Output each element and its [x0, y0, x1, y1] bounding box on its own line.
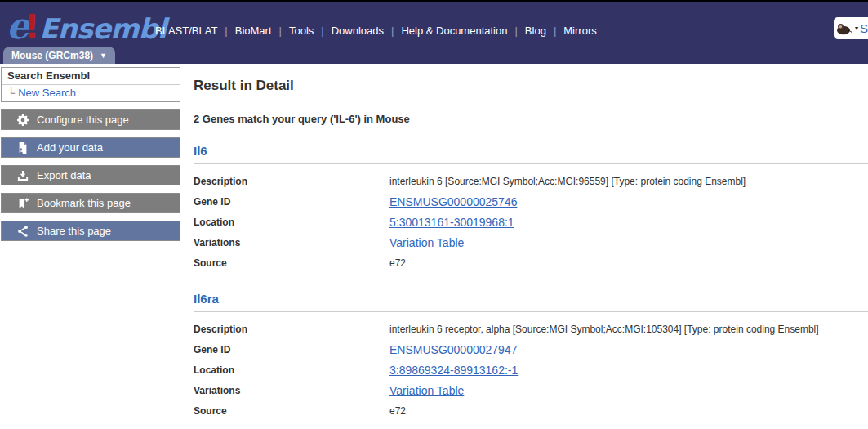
- nav-item-biomart[interactable]: BioMart: [235, 25, 272, 37]
- bookmark-this-page-button[interactable]: Bookmark this page: [1, 193, 180, 213]
- button-label: Add your data: [37, 141, 103, 154]
- species-tab-label: Mouse (GRCm38): [11, 50, 93, 61]
- nav-separator: |: [554, 25, 556, 37]
- section-divider: [194, 311, 868, 312]
- bookmark-icon: [17, 198, 29, 209]
- result-summary: 2 Genes match your query ('IL-6') in Mou…: [194, 113, 868, 125]
- button-label: Export data: [37, 169, 91, 181]
- table-row-source: Sourcee72: [194, 252, 868, 273]
- table-row-gene-id: Gene IDENSMUSG00000027947: [194, 339, 868, 360]
- search-ensembl-panel: Search Ensembl └New Search: [1, 67, 180, 102]
- species-tab-caret-icon: ▼: [100, 51, 107, 60]
- nav-separator: |: [321, 25, 323, 37]
- gene-detail-table: Descriptioninterleukin 6 [Source:MGI Sym…: [194, 171, 868, 273]
- row-label: Source: [194, 257, 389, 269]
- row-value-link[interactable]: ENSMUSG00000025746: [389, 195, 517, 208]
- nav-separator: |: [225, 25, 227, 37]
- add-data-icon: [17, 142, 29, 154]
- row-value-link[interactable]: Variation Table: [389, 384, 464, 397]
- nav-item-blast-blat[interactable]: BLAST/BLAT: [155, 25, 217, 37]
- gene-name-link[interactable]: Il6ra: [194, 292, 219, 306]
- nav-item-mirrors[interactable]: Mirrors: [563, 25, 596, 37]
- row-value: interleukin 6 [Source:MGI Symbol;Acc:MGI…: [389, 176, 746, 187]
- button-label: Configure this page: [37, 114, 129, 126]
- share-this-page-button[interactable]: Share this page: [1, 221, 180, 241]
- row-label: Variations: [194, 385, 389, 396]
- row-label: Gene ID: [194, 196, 389, 208]
- table-row-description: Descriptioninterleukin 6 receptor, alpha…: [194, 319, 868, 339]
- gene-section-il6ra: Il6raDescriptioninterleukin 6 receptor, …: [194, 292, 868, 421]
- table-row-description: Descriptioninterleukin 6 [Source:MGI Sym…: [194, 171, 868, 191]
- table-row-gene-id: Gene IDENSMUSG00000025746: [194, 191, 868, 212]
- table-row-variations: VariationsVariation Table: [194, 380, 868, 400]
- logo-exclamation: !: [24, 8, 39, 46]
- export-icon: [17, 170, 29, 181]
- search-panel-title: Search Ensembl: [2, 68, 180, 85]
- new-search-link[interactable]: New Search: [18, 87, 76, 99]
- gear-icon: [17, 114, 29, 126]
- nav-separator: |: [514, 25, 517, 37]
- button-label: Share this page: [37, 225, 111, 237]
- site-search-widget[interactable]: ▾ S: [834, 17, 868, 39]
- species-mouse-icon: [836, 22, 852, 35]
- header: e!Ensembl BLAST/BLAT|BioMart|Tools|Downl…: [0, 2, 868, 64]
- row-label: Description: [194, 324, 389, 335]
- table-row-location: Location3:89869324-89913162:-1: [194, 360, 868, 380]
- row-value-link[interactable]: ENSMUSG00000027947: [389, 343, 517, 356]
- nav-separator: |: [391, 25, 394, 37]
- species-tab-mouse[interactable]: Mouse (GRCm38) ▼: [3, 47, 115, 64]
- gene-list: Il6Descriptioninterleukin 6 [Source:MGI …: [194, 144, 868, 421]
- nav-item-blog[interactable]: Blog: [525, 25, 546, 37]
- species-dropdown-caret[interactable]: ▾: [855, 25, 858, 32]
- row-label: Variations: [194, 237, 389, 248]
- table-row-location: Location5:30013161-30019968:1: [194, 212, 868, 232]
- row-value: e72: [389, 257, 406, 269]
- sidebar: Search Ensembl └New Search Configure thi…: [1, 67, 180, 248]
- tree-branch-glyph: └: [7, 87, 15, 99]
- row-value-link[interactable]: 5:30013161-30019968:1: [389, 216, 514, 229]
- ensembl-logo[interactable]: e!Ensembl: [7, 5, 166, 47]
- section-divider: [194, 163, 868, 164]
- gene-section-il6: Il6Descriptioninterleukin 6 [Source:MGI …: [194, 144, 868, 273]
- nav-item-tools[interactable]: Tools: [289, 25, 314, 37]
- main-content: Result in Detail 2 Genes match your quer…: [194, 64, 868, 421]
- row-label: Source: [194, 405, 389, 417]
- row-label: Gene ID: [194, 344, 389, 355]
- main-navigation: BLAST/BLAT|BioMart|Tools|Downloads|Help …: [155, 23, 597, 38]
- nav-separator: |: [279, 25, 282, 37]
- nav-item-downloads[interactable]: Downloads: [332, 25, 384, 37]
- share-icon: [17, 226, 29, 237]
- add-your-data-button[interactable]: Add your data: [1, 137, 180, 158]
- row-value: interleukin 6 receptor, alpha [Source:MG…: [389, 324, 819, 335]
- row-label: Description: [194, 176, 389, 187]
- row-value-link[interactable]: 3:89869324-89913162:-1: [389, 364, 518, 377]
- export-data-button[interactable]: Export data: [1, 165, 180, 185]
- table-row-source: Sourcee72: [194, 400, 868, 421]
- button-label: Bookmark this page: [37, 197, 131, 209]
- row-label: Location: [194, 217, 389, 228]
- gene-detail-table: Descriptioninterleukin 6 receptor, alpha…: [194, 319, 868, 421]
- search-label-cropped: S: [860, 21, 868, 35]
- table-row-variations: VariationsVariation Table: [194, 232, 868, 252]
- configure-this-page-button[interactable]: Configure this page: [1, 109, 180, 130]
- new-search-row: └New Search: [2, 85, 180, 101]
- gene-name-link[interactable]: Il6: [194, 144, 207, 158]
- logo-wordmark: Ensembl: [39, 12, 166, 45]
- row-label: Location: [194, 364, 389, 376]
- row-value: e72: [389, 405, 406, 417]
- nav-item-help-documentation[interactable]: Help & Documentation: [401, 25, 507, 37]
- page-title: Result in Detail: [194, 78, 868, 94]
- row-value-link[interactable]: Variation Table: [389, 236, 464, 249]
